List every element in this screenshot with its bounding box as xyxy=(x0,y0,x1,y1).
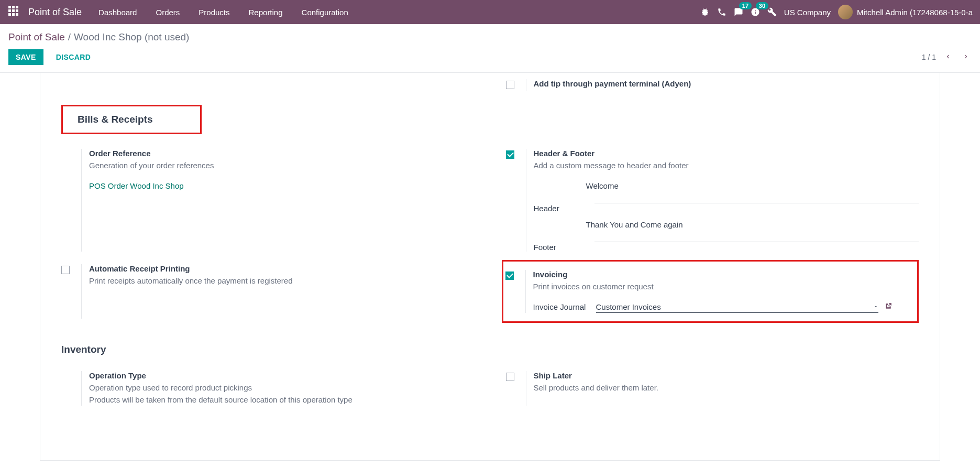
op-type-desc1: Operation type used to record product pi… xyxy=(89,382,475,394)
activities-badge: 30 xyxy=(756,2,768,9)
header-group: Welcome xyxy=(534,179,919,192)
company-selector[interactable]: US Company xyxy=(784,8,831,17)
order-ref-link[interactable]: POS Order Wood Inc Shop xyxy=(89,181,184,190)
breadcrumb-root[interactable]: Point of Sale xyxy=(8,31,65,43)
op-type-title: Operation Type xyxy=(89,371,475,380)
order-ref-title: Order Reference xyxy=(89,149,475,158)
header-footer-desc: Add a custom message to header and foote… xyxy=(534,160,919,172)
invoicing-desc: Print invoices on customer request xyxy=(533,281,893,293)
invoice-journal-row: Invoice Journal Customer Invoices xyxy=(533,301,893,313)
ship-later-desc: Sell products and deliver them later. xyxy=(534,382,919,394)
nav-products[interactable]: Products xyxy=(189,2,239,23)
checkbox-auto-receipt[interactable] xyxy=(61,266,70,274)
footer-value[interactable]: Thank You and Come again xyxy=(586,218,919,231)
bills-row-2: Automatic Receipt Printing Print receipt… xyxy=(61,260,919,323)
header-value[interactable]: Welcome xyxy=(586,179,919,192)
nav-reporting[interactable]: Reporting xyxy=(239,2,292,23)
setting-ship-later: Ship Later Sell products and deliver the… xyxy=(506,367,919,410)
setting-adyen-tip: Add tip through payment terminal (Adyen) xyxy=(506,75,919,95)
checkbox-header-footer[interactable] xyxy=(506,150,514,159)
breadcrumb-sep: / xyxy=(68,31,71,43)
highlight-invoicing: Invoicing Print invoices on customer req… xyxy=(502,260,919,323)
tools-icon[interactable] xyxy=(767,7,777,17)
header-label-row: Header xyxy=(534,200,919,213)
nav-orders[interactable]: Orders xyxy=(146,2,189,23)
form-sheet: Add tip through payment terminal (Adyen)… xyxy=(40,73,940,461)
pager-next[interactable] xyxy=(960,51,972,64)
phone-icon[interactable] xyxy=(717,7,726,17)
ship-later-title: Ship Later xyxy=(534,371,919,380)
invoicing-title: Invoicing xyxy=(533,270,893,279)
main-nav: Dashboard Orders Products Reporting Conf… xyxy=(89,2,358,23)
invoice-journal-select[interactable]: Customer Invoices xyxy=(596,301,879,313)
invoice-journal-value: Customer Invoices xyxy=(596,302,868,311)
invoice-journal-label: Invoice Journal xyxy=(533,302,596,311)
adyen-tip-title: Add tip through payment terminal (Adyen) xyxy=(534,79,919,88)
highlight-bills: Bills & Receipts xyxy=(61,105,202,134)
avatar xyxy=(838,5,853,19)
breadcrumb: Point of Sale / Wood Inc Shop (not used) xyxy=(0,24,980,47)
order-ref-desc: Generation of your order references xyxy=(89,160,475,172)
save-button[interactable]: SAVE xyxy=(8,49,43,65)
apps-icon[interactable] xyxy=(8,6,21,18)
header-label: Header xyxy=(534,204,586,213)
checkbox-invoicing[interactable] xyxy=(505,271,514,280)
section-bills-title: Bills & Receipts xyxy=(78,108,153,131)
bug-icon[interactable] xyxy=(700,7,710,17)
checkbox-adyen-tip[interactable] xyxy=(506,81,514,89)
auto-receipt-desc: Print receipts automatically once the pa… xyxy=(89,275,475,287)
auto-receipt-title: Automatic Receipt Printing xyxy=(89,264,475,273)
pager: 1 / 1 xyxy=(922,51,972,64)
nav-configuration[interactable]: Configuration xyxy=(292,2,358,23)
topbar: Point of Sale Dashboard Orders Products … xyxy=(0,0,980,24)
messages-icon[interactable]: 17 xyxy=(734,7,743,17)
setting-header-footer: Header & Footer Add a custom message to … xyxy=(506,145,919,256)
setting-op-type: Operation Type Operation type used to re… xyxy=(61,367,475,410)
footer-label-row: Footer xyxy=(534,238,919,252)
breadcrumb-current: Wood Inc Shop (not used) xyxy=(74,31,189,43)
app-brand[interactable]: Point of Sale xyxy=(28,7,82,18)
topbar-right: 17 30 US Company Mitchell Admin (1724806… xyxy=(700,5,977,19)
setting-auto-receipt: Automatic Receipt Printing Print receipt… xyxy=(61,260,475,323)
section-bills-wrap: Bills & Receipts xyxy=(61,105,919,145)
setting-invoicing: Invoicing Print invoices on customer req… xyxy=(505,266,893,318)
activities-icon[interactable]: 30 xyxy=(751,7,760,17)
footer-label: Footer xyxy=(534,243,586,252)
user-menu[interactable]: Mitchell Admin (17248068-15-0-a xyxy=(838,5,973,19)
messages-badge: 17 xyxy=(739,2,752,9)
checkbox-ship-later[interactable] xyxy=(506,373,514,381)
user-name: Mitchell Admin (17248068-15-0-a xyxy=(857,8,973,17)
nav-dashboard[interactable]: Dashboard xyxy=(89,2,146,23)
discard-button[interactable]: DISCARD xyxy=(49,49,98,65)
action-row: SAVE DISCARD 1 / 1 xyxy=(0,47,980,72)
header-footer-title: Header & Footer xyxy=(534,149,919,158)
setting-order-ref: Order Reference Generation of your order… xyxy=(61,145,475,256)
pager-text: 1 / 1 xyxy=(922,53,936,61)
section-inventory-title: Inventory xyxy=(61,339,919,361)
footer-group: Thank You and Come again xyxy=(534,218,919,231)
external-link-icon[interactable] xyxy=(885,302,892,312)
bills-row-1: Order Reference Generation of your order… xyxy=(61,145,919,256)
top-option-row: Add tip through payment terminal (Adyen) xyxy=(61,73,919,105)
pager-prev[interactable] xyxy=(942,51,954,64)
chevron-down-icon xyxy=(873,302,878,311)
inventory-row: Operation Type Operation type used to re… xyxy=(61,367,919,410)
op-type-desc2: Products will be taken from the default … xyxy=(89,394,475,406)
